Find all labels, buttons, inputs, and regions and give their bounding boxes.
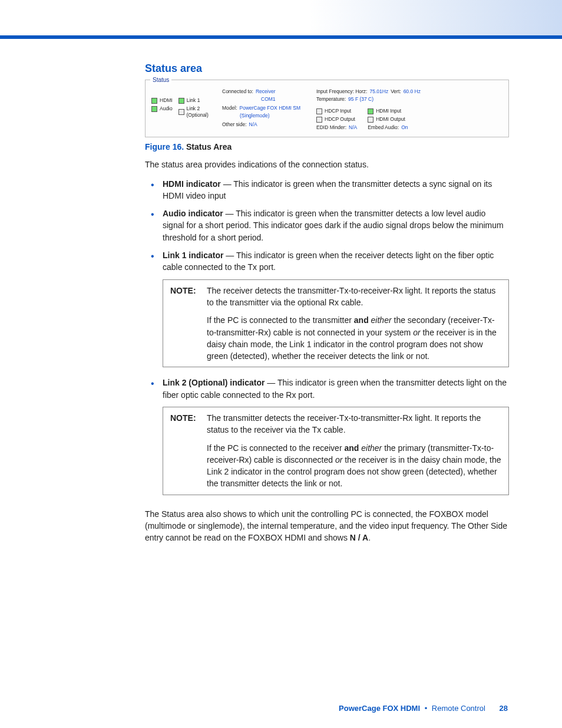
hdmi-input-label: HDMI Input <box>376 108 401 114</box>
link1-indicator-label: Link 1 <box>187 97 200 104</box>
note2-label: NOTE: <box>170 412 207 436</box>
footer-section: Remote Control <box>432 704 485 713</box>
note-box-2: NOTE: The transmitter detects the receiv… <box>163 407 509 495</box>
connected-to-value1: Receiver <box>256 88 276 95</box>
bullet-audio: Audio indicator — This indicator is gree… <box>145 207 509 243</box>
model-label: Model: <box>222 105 237 111</box>
bullet-audio-term: Audio indicator <box>163 209 223 218</box>
note1-label: NOTE: <box>170 285 207 309</box>
audio-indicator-label: Audio <box>160 106 173 112</box>
link2-indicator-icon <box>178 109 184 115</box>
hdmi-output-label: HDMI Output <box>376 116 405 123</box>
hdcp-input-label: HDCP Input <box>325 108 351 114</box>
footer-page-number: 28 <box>488 704 508 713</box>
bullet-list: HDMI indicator — This indicator is green… <box>145 178 509 274</box>
inputfreq-h: 75.01Hz <box>369 88 388 95</box>
hdcp-input-icon <box>316 108 322 114</box>
footer-doc-title: PowerCage FOX HDMI <box>339 704 420 713</box>
edid-value: N/A <box>349 124 357 131</box>
closing-paragraph: The Status area also shows to which unit… <box>145 508 509 544</box>
note2-p1: The transmitter detects the receiver-Tx-… <box>207 412 501 436</box>
hdmi-output-icon <box>368 117 373 123</box>
otherside-value: N/A <box>249 121 257 128</box>
page-content: Status area Status HDMI Audio Link 1 Lin… <box>0 39 562 544</box>
bullet-hdmi-term: HDMI indicator <box>163 179 221 189</box>
header-gradient-bar <box>0 0 562 39</box>
bullet-link1-term: Link 1 indicator <box>163 251 223 260</box>
note1-p1: The receiver detects the transmitter-Tx-… <box>207 285 501 309</box>
model-value2: (Singlemode) <box>240 113 270 119</box>
bullet-hdmi: HDMI indicator — This indicator is green… <box>145 178 509 202</box>
audio-indicator-icon <box>151 106 157 112</box>
note2-p2: If the PC is connected to the receiver a… <box>207 442 501 490</box>
connected-to-value2: COM1 <box>261 96 276 103</box>
bullet-link2-term: Link 2 (Optional) indicator <box>163 378 265 387</box>
temp-value: 95 F (37 C) <box>348 96 373 103</box>
footer-separator-icon: • <box>422 704 430 713</box>
intro-paragraph: The status area provides indications of … <box>145 159 509 170</box>
model-value1: PowerCage FOX HDMI SM <box>240 105 300 111</box>
bullet-list-2: Link 2 (Optional) indicator — This indic… <box>145 377 509 401</box>
inputfreq-label: Input Frequency: Horz: <box>316 88 367 95</box>
embed-value: On <box>401 124 408 131</box>
figure-number: Figure 16. <box>145 142 184 151</box>
hdmi-input-icon <box>368 108 373 114</box>
embed-label: Embed Audio: <box>368 124 399 131</box>
otherside-label: Other side: <box>222 121 247 128</box>
figure-caption: Figure 16. Status Area <box>145 142 509 151</box>
bullet-link2: Link 2 (Optional) indicator — This indic… <box>145 377 509 401</box>
hdcp-output-icon <box>316 117 322 123</box>
hdmi-indicator-icon <box>151 98 157 104</box>
link1-indicator-icon <box>178 98 184 104</box>
note1-p2: If the PC is connected to the transmitte… <box>207 314 501 362</box>
page-footer: PowerCage FOX HDMI • Remote Control 28 <box>0 704 562 713</box>
bullet-link1: Link 1 indicator — This indicator is gre… <box>145 249 509 274</box>
section-heading: Status area <box>145 62 509 75</box>
edid-label: EDID Minder: <box>316 124 346 131</box>
status-panel-legend: Status <box>150 76 171 84</box>
temp-label: Temperature: <box>316 96 346 103</box>
figure-title: Status Area <box>186 142 232 151</box>
connected-to-label: Connected to: <box>222 88 253 95</box>
link2-indicator-label: Link 2 (Optional) <box>187 106 222 118</box>
inputfreq-v: 60.0 Hz <box>404 88 421 95</box>
note-box-1: NOTE: The receiver detects the transmitt… <box>163 279 509 368</box>
hdcp-output-label: HDCP Output <box>325 116 355 123</box>
inputfreq-v-label: Vert: <box>391 88 401 95</box>
status-panel-figure: Status HDMI Audio Link 1 Link 2 (Optiona… <box>145 80 509 137</box>
hdmi-indicator-label: HDMI <box>160 97 173 104</box>
